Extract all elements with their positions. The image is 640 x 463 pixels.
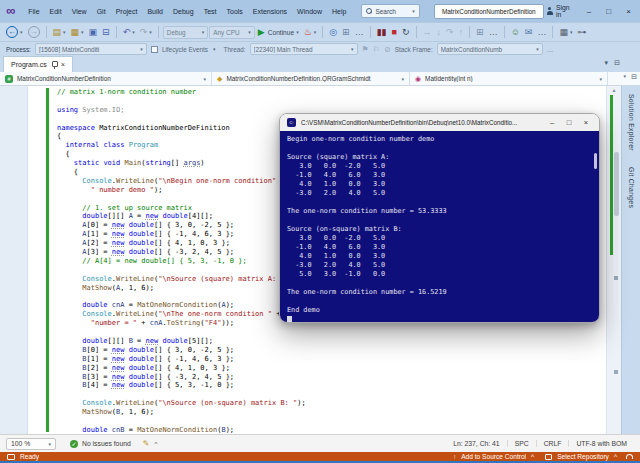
show-flagged-only-icon[interactable]: ⚐ [373, 45, 380, 54]
code-line[interactable] [57, 417, 606, 426]
code-line[interactable] [57, 97, 606, 106]
code-line[interactable]: B[1] = new double[] { -1, 4, 6, 3 }; [57, 355, 606, 364]
overflow-1-button[interactable]: … [353, 25, 366, 40]
scrollbar-thumb[interactable] [614, 152, 619, 216]
window-layout-button[interactable]: ▦▾ [557, 25, 574, 40]
zoom-dropdown[interactable]: 100 % ▾ [6, 438, 56, 450]
float-tab-icon[interactable]: ⊟ [614, 59, 620, 67]
chevron-down-icon[interactable]: ▾ [213, 46, 216, 52]
sign-in-button[interactable]: Sign in [546, 4, 575, 18]
undo-button[interactable]: ↶▾ [121, 25, 137, 40]
console-output[interactable]: Begin one-norm condition number demo Sou… [280, 131, 599, 323]
forward-button[interactable]: → [26, 25, 42, 40]
menu-window[interactable]: Window [292, 5, 327, 18]
overflow-3-button[interactable]: … [535, 25, 548, 40]
step-into-button[interactable]: ↓ [435, 25, 444, 40]
editor-gutter[interactable] [0, 86, 28, 434]
hot-reload-button[interactable]: ♨▾ [302, 25, 319, 40]
cursor-position[interactable]: Ln: 237, Ch: 41 [446, 440, 506, 447]
code-line[interactable] [57, 390, 606, 399]
back-button[interactable]: ←▾ [4, 25, 25, 40]
type-dropdown[interactable]: ◆ MatrixConditionNumberDefinition.QRGram… [212, 72, 410, 85]
insert-mode[interactable]: SPC [507, 440, 536, 447]
continue-button[interactable]: ▶Continue▾ [256, 25, 301, 40]
code-line[interactable]: B[2] = new double[] { 4, 1, 0, 3 }; [57, 364, 606, 373]
code-line[interactable]: B[3] = new double[] { -3, 2, 4, 5 }; [57, 373, 606, 382]
code-line[interactable]: MatShow(B, 1, 6); [57, 408, 606, 417]
step-over-button[interactable]: ↷ [444, 25, 456, 40]
menu-build[interactable]: Build [142, 5, 168, 18]
save-all-button[interactable]: ⊟ [100, 25, 112, 40]
solution-platform-dropdown[interactable]: Any CPU▾ [209, 26, 255, 39]
code-line[interactable]: double cnB = MatOneNormCondition(B); [57, 426, 606, 434]
menu-extensions[interactable]: Extensions [248, 5, 292, 18]
test-explorer-button[interactable]: ⊞ [340, 25, 352, 40]
step-out-button[interactable]: ↑ [457, 25, 466, 40]
tab-program-cs[interactable]: Program.cs × [3, 56, 73, 72]
send-feedback-button[interactable]: ☺ [509, 25, 522, 40]
chevron-down-icon[interactable]: ▾ [624, 73, 627, 81]
menu-view[interactable]: View [67, 5, 92, 18]
close-button[interactable]: × [623, 7, 634, 16]
save-button[interactable]: ▣ [87, 25, 100, 40]
console-close-button[interactable]: × [580, 118, 592, 127]
process-dropdown[interactable]: [15608] MatrixConditi ▾ [35, 43, 147, 55]
menu-test[interactable]: Test [199, 5, 222, 18]
code-line[interactable] [57, 328, 606, 337]
new-file-button[interactable]: ▤▾ [51, 25, 68, 40]
lifecycle-events-checkbox[interactable] [151, 46, 158, 53]
redo-button[interactable]: ↷▾ [138, 25, 154, 40]
code-line[interactable]: double[][] B = new double[5][]; [57, 337, 606, 346]
overflow-2-button[interactable]: … [487, 25, 500, 40]
menu-project[interactable]: Project [111, 5, 143, 18]
find-in-files-button[interactable]: ◎ [327, 25, 339, 40]
sidebar-tab-solution-explorer[interactable]: Solution Explorer [628, 94, 635, 151]
stop-debugging-button[interactable]: ■ [390, 25, 399, 40]
menu-file[interactable]: File [23, 5, 44, 18]
minimize-button[interactable]: – [583, 7, 594, 16]
caret-up-icon[interactable]: ^ [531, 453, 534, 460]
document-list-icon[interactable]: ▾ [605, 59, 609, 67]
issues-label[interactable]: No issues found [82, 440, 131, 447]
menu-git[interactable]: Git [92, 5, 111, 18]
member-dropdown[interactable]: ◉ MatIdentity(int n) ▾ [410, 72, 608, 85]
select-repository-button[interactable]: Select Repository [557, 453, 609, 460]
line-ending[interactable]: CRLF [536, 440, 569, 447]
console-scrollbar-thumb[interactable] [594, 153, 597, 169]
search-box[interactable]: Search ▾ [361, 4, 419, 18]
thread-dropdown[interactable]: [22340] Main Thread ▾ [250, 43, 358, 55]
notifications-bell-icon[interactable] [626, 454, 633, 459]
restart-button[interactable]: ↻ [400, 25, 412, 40]
open-file-button[interactable]: ▦▾ [69, 25, 86, 40]
report-problem-button[interactable]: ✉ [523, 25, 535, 40]
menu-tools[interactable]: Tools [221, 5, 247, 18]
code-cleanup-icon[interactable]: ✎ [143, 439, 150, 448]
cleanup-options-icon[interactable]: ^ [154, 441, 157, 447]
solution-name-box[interactable]: MatrixConditionNumberDefinition [434, 4, 544, 19]
suspend-icon[interactable]: ⊘ [384, 45, 391, 54]
encoding[interactable]: UTF-8 with BOM [568, 440, 634, 447]
sidebar-tab-git-changes[interactable]: Git Changes [628, 167, 635, 208]
console-minimize-button[interactable]: – [546, 118, 558, 127]
debugbar-overflow-button[interactable]: … [547, 46, 553, 53]
solution-configuration-dropdown[interactable]: Debug▾ [163, 26, 209, 39]
break-all-button[interactable]: ▮▮ [375, 25, 389, 40]
diagnostics-button[interactable]: ⊞ [474, 25, 486, 40]
tab-close-icon[interactable]: × [61, 60, 65, 69]
menu-help[interactable]: Help [327, 5, 351, 18]
console-title-bar[interactable]: C: C:\VSM\MatrixConditionNumberDefinitio… [280, 114, 599, 131]
add-to-source-control-button[interactable]: Add to Source Control [461, 453, 526, 460]
pin-icon[interactable] [51, 61, 57, 69]
editor-scrollbar[interactable]: ▲ [606, 86, 621, 434]
maximize-button[interactable]: □ [603, 7, 614, 16]
scrollbar-up-icon[interactable]: ▲ [607, 87, 621, 93]
code-line[interactable]: B[4] = new double[] { 5, 3, -1, 0 }; [57, 381, 606, 390]
split-editor-icon[interactable]: ⊟ [631, 73, 637, 81]
console-maximize-button[interactable]: □ [563, 118, 575, 127]
code-line[interactable]: Console.WriteLine("\nSource (on-square) … [57, 399, 606, 408]
code-line[interactable]: // matrix 1-norm condition number [57, 88, 606, 97]
live-share-button[interactable]: ⊶ [575, 25, 588, 40]
stackframe-dropdown[interactable]: MatrixConditionNumb ▾ [437, 43, 543, 55]
menu-debug[interactable]: Debug [168, 5, 199, 18]
show-next-statement-button[interactable]: → [421, 25, 434, 40]
